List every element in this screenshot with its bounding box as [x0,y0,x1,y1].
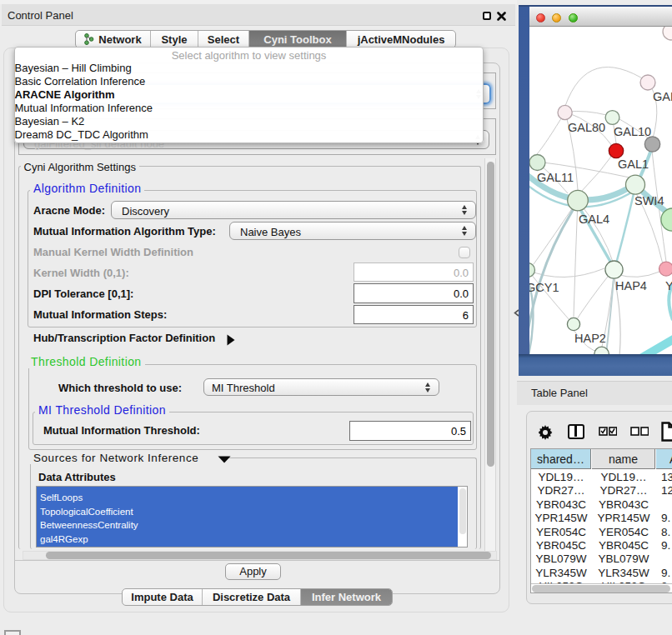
svg-text:HAP4: HAP4 [615,279,647,292]
svg-text:GAL80: GAL80 [568,121,605,134]
svg-text:GAL11: GAL11 [537,171,574,184]
svg-text:SWI4: SWI4 [634,194,664,208]
svg-text:GAL10: GAL10 [614,125,651,138]
svg-text:GCY1: GCY1 [529,281,559,294]
svg-text:GAL: GAL [653,90,672,103]
svg-text:GAL4: GAL4 [579,212,609,226]
svg-text:HAP2: HAP2 [574,332,606,345]
svg-text:GAL1: GAL1 [618,158,649,171]
svg-text:Y: Y [665,279,672,292]
